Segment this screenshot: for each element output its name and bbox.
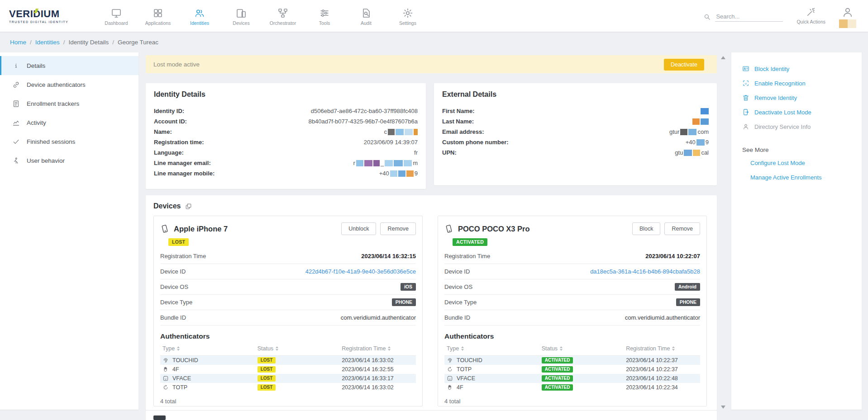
identities-icon	[194, 8, 205, 19]
phone-icon	[160, 224, 169, 233]
device-device-os-badge: iOS	[401, 283, 416, 291]
totp-icon	[447, 366, 453, 373]
column-header-type[interactable]: Type	[444, 345, 542, 352]
identity-actions-panel: Block IdentityEnable RecognitionRemove I…	[731, 52, 862, 410]
sort-icon	[177, 346, 180, 351]
scroll-up-arrow[interactable]	[721, 56, 725, 59]
nav-item-orchestrator[interactable]: Orchestrator	[264, 6, 301, 26]
nav-item-devices[interactable]: Devices	[223, 6, 260, 26]
search-input[interactable]	[715, 12, 783, 22]
authenticator-row: VFACEACTIVATED2023/06/14 10:22:48	[444, 374, 700, 383]
device-id-link[interactable]: da18ec5a-361a-4c16-b4b6-894cbafa5b28	[590, 268, 700, 275]
action-block-identity[interactable]: Block Identity	[742, 61, 862, 76]
field-label: UPN:	[442, 149, 457, 156]
deactivate-button[interactable]: Deactivate	[664, 59, 704, 71]
breadcrumb-separator: /	[63, 39, 65, 46]
nav-item-label: Tools	[319, 20, 330, 26]
block-device-button[interactable]: Block	[632, 222, 661, 235]
see-more-configure-lost-mode[interactable]: Configure Lost Mode	[750, 160, 862, 166]
breadcrumb-identities[interactable]: Identities	[35, 39, 60, 46]
device-field-label: Registration Time	[444, 253, 490, 260]
sort-icon	[276, 346, 278, 351]
nav-item-applications[interactable]: Applications	[139, 6, 176, 26]
redaction-block	[688, 129, 696, 135]
redaction-block	[390, 170, 397, 177]
authenticator-type: TOUCHID	[457, 357, 482, 363]
remove-device-button[interactable]: Remove	[664, 222, 700, 235]
main-scrollbar[interactable]	[720, 54, 727, 411]
breadcrumb-home[interactable]: Home	[10, 39, 26, 46]
devices-grid: Apple iPhone 7UnblockRemoveLOSTRegistrat…	[153, 216, 709, 406]
phone-arrow-icon	[742, 109, 749, 116]
field-value-text: _	[381, 160, 384, 166]
redaction-block	[394, 160, 403, 166]
person-icon	[842, 6, 854, 18]
field-value-text: fr	[414, 149, 418, 156]
veridium-logo[interactable]: VERIDIUM TRUSTED DIGITAL IDENTITY	[9, 8, 81, 24]
column-header-type[interactable]: Type	[160, 345, 258, 352]
device-status-badge: LOST	[168, 238, 189, 246]
action-remove-identity[interactable]: Remove Identity	[742, 90, 862, 105]
redaction-block	[693, 150, 700, 156]
hand-icon	[447, 384, 453, 391]
sidebar-item-details[interactable]: Details	[0, 56, 138, 75]
dashboard-icon	[111, 8, 122, 19]
sidebar-item-enrollment-trackers[interactable]: Enrollment trackers	[0, 94, 138, 113]
sidebar-item-device-authenticators[interactable]: Device authenticators	[0, 75, 138, 94]
sidebar-item-user-behavior[interactable]: User behavior	[0, 151, 138, 170]
column-header-registration-time[interactable]: Registration Time	[626, 345, 700, 352]
field-value: c	[384, 128, 418, 135]
column-header-label: Type	[162, 345, 175, 352]
authenticator-type: VFACE	[172, 375, 191, 382]
see-more-manage-active-enrollments[interactable]: Manage Active Enrollments	[750, 174, 862, 181]
nav-item-dashboard[interactable]: Dashboard	[98, 6, 135, 26]
field-label: Custom phone number:	[442, 139, 509, 146]
redaction-block	[396, 129, 404, 135]
device-field-value: com.veridiumid.authenticator	[625, 314, 700, 321]
redaction-block	[680, 129, 687, 135]
column-header-status[interactable]: Status	[542, 345, 626, 352]
authenticator-type: 4F	[172, 366, 179, 373]
lost-mode-banner: Lost mode active Deactivate	[146, 55, 717, 73]
device-id-link[interactable]: 422d4b67-f10e-41a9-9e40-3e56d036e5ce	[305, 268, 416, 275]
orchestrator-icon	[277, 8, 288, 19]
redaction-block	[406, 170, 414, 177]
quick-actions-button[interactable]: Quick Actions	[796, 7, 825, 24]
field-label: Line manager email:	[154, 160, 211, 166]
sidebar-item-activity[interactable]: Activity	[0, 113, 138, 132]
device-device-type-badge: PHONE	[676, 298, 700, 306]
field-value-text: gtu	[675, 149, 683, 156]
action-link-label: Enable Recognition	[754, 80, 806, 87]
authenticator-row: TOUCHIDACTIVATED2023/06/14 10:22:37	[444, 356, 700, 365]
redaction-block	[684, 150, 692, 156]
column-header-status[interactable]: Status	[258, 345, 342, 352]
settings-icon	[402, 8, 413, 19]
device-field-label: Device Type	[160, 299, 192, 306]
remove-device-button[interactable]: Remove	[380, 222, 416, 235]
sidebar-item-finished-sessions[interactable]: Finished sessions	[0, 132, 138, 151]
redaction-block	[404, 160, 412, 166]
identity-details-card: Identity Details Identity ID:d506ebd7-ae…	[146, 83, 426, 189]
sort-icon	[461, 346, 464, 351]
action-enable-recognition[interactable]: Enable Recognition	[742, 76, 862, 90]
nav-item-settings[interactable]: Settings	[389, 6, 426, 26]
action-deactivate-lost-mode[interactable]: Deactivate Lost Mode	[742, 105, 862, 119]
column-header-label: Type	[447, 345, 459, 352]
search-box	[703, 12, 783, 22]
field-row: Registration time:2023/06/09 14:39:07	[154, 137, 418, 147]
copy-icon[interactable]	[185, 203, 192, 210]
unblock-device-button[interactable]: Unblock	[341, 222, 376, 235]
search-icon	[703, 13, 711, 21]
avatar-redaction	[839, 19, 856, 28]
device-field-label: Device OS	[444, 283, 472, 290]
column-header-registration-time[interactable]: Registration Time	[342, 345, 416, 352]
field-value-text: d506ebd7-ae86-472c-ba60-37ff988fc408	[311, 108, 418, 114]
nav-item-identities[interactable]: Identities	[181, 6, 218, 26]
field-label: Registration time:	[154, 139, 204, 146]
nav-item-audit[interactable]: Audit	[348, 6, 385, 26]
field-value: +409	[379, 170, 418, 177]
nav-item-tools[interactable]: Tools	[306, 6, 343, 26]
scroll-down-arrow[interactable]	[721, 406, 725, 409]
main-content: Lost mode active Deactivate Identity Det…	[146, 55, 717, 410]
user-avatar[interactable]	[839, 6, 856, 28]
